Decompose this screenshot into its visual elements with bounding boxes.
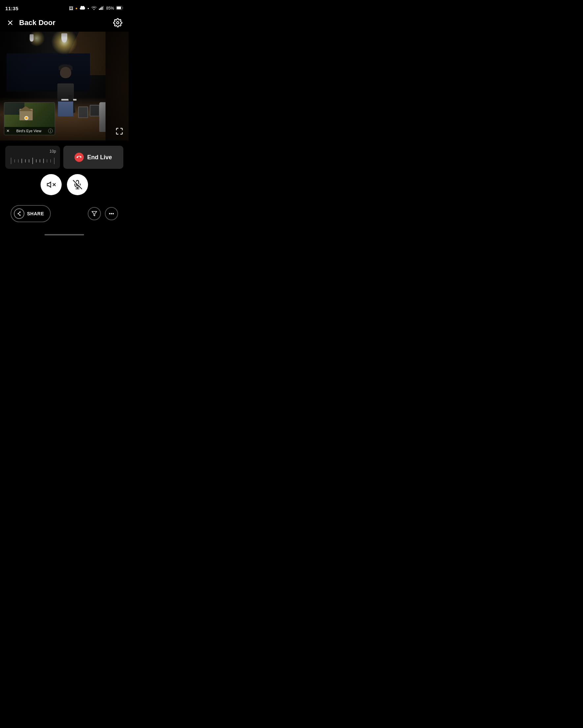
timeline-tick — [34, 159, 38, 162]
battery-text: 85% — [106, 6, 114, 10]
home-bar — [45, 234, 84, 235]
person-silhouette — [54, 67, 77, 116]
svg-point-22 — [111, 213, 112, 214]
svg-rect-2 — [102, 7, 103, 10]
end-live-button[interactable]: End Live — [63, 146, 123, 169]
status-bar: 11:35 🖼 ● ● — [0, 0, 129, 15]
phone-hang-up-icon — [75, 153, 84, 162]
wifi-icon — [91, 5, 97, 11]
birds-eye-map — [4, 103, 55, 127]
timeline-tick — [13, 159, 17, 162]
header-left: Back Door — [5, 18, 55, 28]
end-live-label: End Live — [87, 154, 112, 161]
timeline-tick — [20, 159, 24, 163]
timeline-tick — [9, 158, 13, 164]
timeline-tick — [49, 159, 52, 162]
timeline-tick — [27, 159, 31, 162]
speaker-toggle-button[interactable] — [41, 174, 62, 195]
timeline-tick — [42, 159, 45, 163]
page-title: Back Door — [19, 19, 55, 27]
birds-eye-label-bar: ✕ Bird's Eye View i — [4, 127, 55, 135]
svg-rect-3 — [103, 6, 104, 10]
controls-area: 10p End Live — [0, 140, 129, 231]
close-button[interactable] — [5, 18, 15, 28]
share-button[interactable]: SHARE — [10, 205, 51, 222]
fullscreen-button[interactable] — [113, 125, 125, 137]
cloud-icon — [79, 5, 85, 11]
timeline-tick — [52, 158, 56, 164]
svg-marker-9 — [47, 182, 51, 187]
header: Back Door — [0, 15, 129, 32]
share-label: SHARE — [27, 211, 44, 216]
svg-line-19 — [19, 214, 20, 215]
home-indicator — [0, 231, 129, 237]
svg-rect-0 — [99, 8, 100, 10]
birds-eye-label: Bird's Eye View — [17, 129, 42, 133]
battery-icon — [116, 5, 123, 11]
timeline-tick — [38, 159, 42, 162]
svg-line-18 — [19, 212, 20, 213]
birds-eye-close-button[interactable]: ✕ — [6, 129, 9, 133]
media-controls — [5, 174, 123, 195]
timeline-ticks — [9, 156, 56, 165]
timeline-tick — [24, 159, 27, 162]
svg-rect-5 — [117, 7, 121, 9]
signal-icon — [99, 5, 104, 11]
svg-point-23 — [113, 213, 113, 214]
status-time: 11:35 — [5, 6, 19, 11]
video-feed: ✕ Bird's Eye View i — [0, 32, 129, 140]
filter-button[interactable] — [88, 207, 101, 220]
birds-eye-thumbnail[interactable]: ✕ Bird's Eye View i — [4, 102, 55, 135]
mic-toggle-button[interactable] — [67, 174, 88, 195]
svg-point-21 — [109, 213, 110, 214]
footer-right-icons — [88, 207, 118, 220]
timeline-tick — [17, 159, 20, 162]
svg-point-8 — [117, 22, 119, 24]
light-fixture-center — [61, 33, 67, 43]
birds-eye-info-button[interactable]: i — [48, 129, 53, 133]
right-wall — [105, 32, 129, 140]
birds-eye-location-dot — [24, 116, 28, 120]
footer-bar: SHARE — [5, 202, 123, 226]
svg-rect-1 — [100, 7, 101, 10]
settings-button[interactable] — [112, 17, 123, 28]
timeline-tick — [45, 159, 49, 162]
status-icons: 🖼 ● ● 85% — [69, 5, 123, 11]
svg-marker-20 — [92, 211, 97, 216]
more-options-button[interactable] — [105, 207, 118, 220]
timeline-container[interactable]: 10p — [5, 146, 60, 169]
location-icon: ● — [75, 6, 77, 10]
notification-dot: ● — [87, 7, 89, 10]
timeline-label: 10p — [9, 149, 56, 154]
share-icon — [14, 208, 24, 219]
photo-icon: 🖼 — [69, 6, 73, 11]
timeline-tick — [31, 158, 35, 164]
light-fixture-left — [30, 34, 34, 42]
main-controls-row: 10p End Live — [5, 146, 123, 169]
